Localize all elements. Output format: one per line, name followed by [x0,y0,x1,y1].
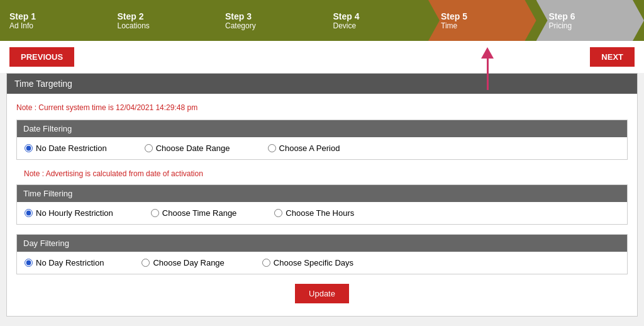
day-filter-option-2[interactable]: Choose Specific Days [262,258,353,267]
date-filtering-box: Date Filtering No Date RestrictionChoose… [16,120,628,160]
step-2[interactable]: Step 2Locations [105,0,213,41]
navigation-bar: PREVIOUS NEXT [0,41,644,73]
step-6[interactable]: Step 6Pricing [536,0,645,41]
day-filtering-box: Day Filtering No Day RestrictionChoose D… [16,234,628,274]
date-filtering-header: Date Filtering [17,120,627,137]
time-filter-option-0[interactable]: No Hourly Restriction [25,208,113,218]
inner-content: Note : Current system time is 12/04/2021… [7,94,637,316]
activation-note: Note : Advertising is calculated from da… [16,169,628,184]
step-1[interactable]: Step 1Ad Info [0,0,105,41]
step-4[interactable]: Step 4Device [321,0,429,41]
day-filter-option-1[interactable]: Choose Day Range [142,258,224,267]
update-button[interactable]: Update [295,284,349,303]
page-wrapper: Step 1Ad InfoStep 2LocationsStep 3Catego… [0,0,644,317]
previous-button[interactable]: PREVIOUS [9,47,74,67]
time-filtering-box: Time Filtering No Hourly RestrictionChoo… [16,184,628,225]
date-filtering-options: No Date RestrictionChoose Date RangeChoo… [17,137,627,159]
time-filter-option-2[interactable]: Choose The Hours [274,208,354,218]
date-filter-option-1[interactable]: Choose Date Range [145,143,230,153]
step-3[interactable]: Step 3Category [213,0,321,41]
time-targeting-header: Time Targeting [7,74,637,94]
time-filtering-header: Time Filtering [17,185,627,202]
date-filter-option-0[interactable]: No Date Restriction [25,143,107,153]
day-filtering-options: No Day RestrictionChoose Day RangeChoose… [17,252,627,274]
steps-bar: Step 1Ad InfoStep 2LocationsStep 3Catego… [0,0,644,41]
time-targeting-box: Time Targeting Note : Current system tim… [6,73,638,317]
date-filter-option-2[interactable]: Choose A Period [268,143,340,153]
time-filter-option-1[interactable]: Choose Time Range [151,208,237,218]
next-button[interactable]: NEXT [590,47,635,67]
day-filter-option-0[interactable]: No Day Restriction [25,258,104,267]
step-5[interactable]: Step 5Time [428,0,536,41]
day-filtering-header: Day Filtering [17,235,627,252]
time-filtering-options: No Hourly RestrictionChoose Time RangeCh… [17,202,627,224]
system-time-note: Note : Current system time is 12/04/2021… [16,103,628,112]
